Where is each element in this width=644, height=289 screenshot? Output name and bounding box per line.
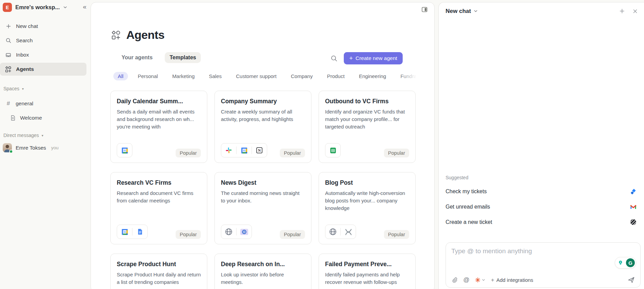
tab-your-agents[interactable]: Your agents — [117, 52, 157, 63]
sidebar-item-label: Search — [16, 37, 33, 44]
agent-card-title: Blog Post — [325, 179, 409, 186]
direct-messages-section-header[interactable]: Direct messages ▾ — [3, 133, 43, 138]
sidebar-item-welcome[interactable]: Welcome — [10, 112, 42, 124]
tab-templates[interactable]: Templates — [165, 52, 201, 63]
filter-chip-personal[interactable]: Personal — [133, 72, 162, 80]
sidebar-item-dm-user[interactable]: Emre Tokses you — [3, 143, 59, 152]
agent-card[interactable]: Daily Calendar Summ...Sends a daily emai… — [110, 91, 207, 163]
chevron-down-icon — [473, 9, 478, 13]
agent-card[interactable]: Blog PostAutomatically write high-conver… — [319, 172, 416, 244]
integration-icons — [221, 225, 252, 239]
agent-card[interactable]: Research VC FirmsResearch and document V… — [110, 172, 207, 244]
notion-icon: N — [256, 147, 263, 154]
filter-chip-marketing[interactable]: Marketing — [168, 72, 199, 80]
sidebar-item-search[interactable]: Search — [0, 34, 86, 47]
direct-messages-label: Direct messages — [3, 133, 39, 138]
agent-card-description: Automatically write high-conversion blog… — [325, 189, 409, 212]
google-sheets-icon — [329, 147, 337, 154]
popular-badge: Popular — [280, 230, 305, 239]
agent-card-title: Company Summary — [221, 98, 305, 105]
agent-card[interactable]: Scrape Product HuntScrape Product Hunt d… — [110, 254, 207, 289]
suggestion-check-my-tickets[interactable]: Check my tickets — [446, 184, 637, 199]
suggested-label: Suggested — [446, 175, 637, 180]
knot-icon — [344, 228, 352, 236]
grammarly-widget[interactable]: G — [615, 257, 636, 269]
suggestion-get-unread-emails[interactable]: Get unread emails — [446, 199, 637, 214]
send-icon[interactable] — [628, 276, 635, 284]
chevron-down-icon — [63, 5, 67, 10]
online-presence-dot — [9, 150, 13, 153]
sidebar-collapse-button[interactable]: « — [83, 3, 86, 10]
news-icon — [240, 228, 248, 235]
popular-badge: Popular — [176, 230, 201, 239]
svg-text:N: N — [258, 148, 261, 152]
agent-card[interactable]: Deep Research on In...Look up investor i… — [214, 254, 311, 289]
sidebar-item-label: New chat — [16, 23, 38, 29]
agent-card-description: Look up investor info before meetings. — [221, 271, 305, 286]
tabs-row: Your agents Templates — [117, 52, 201, 63]
hash-icon: # — [5, 100, 12, 107]
sidebar: E Emre's worksp... « New chatSearchInbox… — [0, 0, 89, 289]
spaces-section-label: Spaces — [3, 86, 19, 91]
svg-text:31: 31 — [123, 149, 126, 152]
chat-title-menu[interactable]: New chat — [446, 8, 478, 15]
agent-picker-button[interactable] — [475, 277, 485, 283]
mention-icon[interactable]: @ — [463, 276, 469, 284]
close-icon[interactable] — [631, 7, 639, 15]
integration-icons — [325, 225, 356, 239]
message-composer: G @ + Add integrations — [446, 242, 641, 288]
suggestion-create-a-new-ticket[interactable]: Create a new ticket — [446, 214, 637, 230]
google-calendar-icon: 31 — [240, 147, 248, 154]
sidebar-item-inbox[interactable]: Inbox — [0, 48, 86, 61]
agent-card[interactable]: Company SummaryCreate a weekly summary o… — [214, 91, 311, 163]
filter-chip-product[interactable]: Product — [323, 72, 349, 80]
popular-badge: Popular — [384, 230, 409, 239]
integration-icons: 31 — [117, 225, 148, 239]
agent-card-description: Research and document VC firms from cale… — [117, 189, 201, 204]
filter-chip-engineering[interactable]: Engineering — [354, 72, 390, 80]
chat-panel: New chat Suggested Check my ticketsGet u… — [438, 2, 644, 289]
filter-chip-customer-support[interactable]: Customer support — [231, 72, 281, 80]
agent-card[interactable]: Outbound to VC FirmsIdentify and organiz… — [319, 91, 416, 163]
add-integrations-button[interactable]: + Add integrations — [491, 277, 533, 284]
agent-card-title: Outbound to VC Firms — [325, 98, 409, 105]
agent-card-title: Deep Research on In... — [221, 261, 305, 268]
triangle-down-icon: ▾ — [42, 134, 43, 137]
inbox-icon — [5, 52, 12, 58]
integration-icons: 31N — [221, 143, 267, 157]
popular-badge: Popular — [384, 149, 409, 157]
agent-card-footer: Popular — [325, 225, 409, 239]
svg-text:31: 31 — [123, 230, 126, 233]
google-calendar-icon: 31 — [121, 147, 129, 154]
attachment-icon[interactable] — [451, 277, 458, 283]
sidebar-item-general[interactable]: # general — [5, 97, 33, 110]
chat-input[interactable] — [451, 247, 589, 268]
space-label: general — [16, 101, 33, 107]
sidebar-item-new-chat[interactable]: New chat — [0, 20, 86, 33]
create-new-agent-button[interactable]: + Create new agent — [344, 52, 403, 64]
sidebar-item-agents[interactable]: Agents — [0, 63, 86, 76]
svg-text:31: 31 — [243, 149, 245, 152]
agent-card-description: The curated morning news straight to you… — [221, 189, 305, 204]
agent-card-footer: Popular — [325, 143, 409, 157]
chat-header: New chat — [446, 7, 639, 15]
agent-card[interactable]: News DigestThe curated morning news stra… — [214, 172, 311, 244]
chevron-down-icon — [482, 278, 485, 282]
agent-card-description: Create a weekly summary of all activity,… — [221, 108, 305, 123]
filter-chip-sales[interactable]: Sales — [205, 72, 226, 80]
filter-chip-fundraising[interactable]: Fundraising — [396, 72, 416, 80]
panel-toggle-icon[interactable] — [422, 7, 428, 14]
filter-chip-company[interactable]: Company — [286, 72, 317, 80]
workspace-name: Emre's worksp... — [15, 4, 60, 11]
dm-user-name: Emre Tokses — [16, 145, 46, 151]
agent-card-footer: Popular — [221, 225, 305, 239]
search-icon — [5, 37, 12, 44]
new-conversation-button[interactable] — [618, 7, 626, 15]
filter-chip-all[interactable]: All — [113, 72, 128, 80]
sidebar-nav: New chatSearchInboxAgents — [0, 20, 89, 77]
agent-card[interactable]: Failed Payment Preve...Identify failed p… — [319, 254, 416, 289]
spaces-section-header[interactable]: Spaces ▾ — [3, 86, 24, 91]
agents-page: Agents Your agents Templates + Create ne… — [91, 2, 435, 289]
search-icon[interactable] — [331, 55, 338, 62]
workspace-switcher[interactable]: E Emre's worksp... — [3, 3, 67, 12]
